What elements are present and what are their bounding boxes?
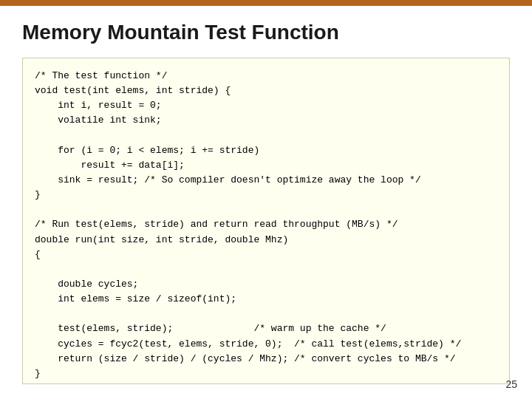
code-content: /* The test function */ void test(int el… bbox=[35, 69, 497, 381]
code-box: /* The test function */ void test(int el… bbox=[22, 58, 510, 384]
page-container: Memory Mountain Test Function /* The tes… bbox=[0, 6, 532, 399]
page-title: Memory Mountain Test Function bbox=[22, 21, 510, 44]
top-bar bbox=[0, 0, 532, 6]
page-number: 25 bbox=[505, 378, 517, 390]
